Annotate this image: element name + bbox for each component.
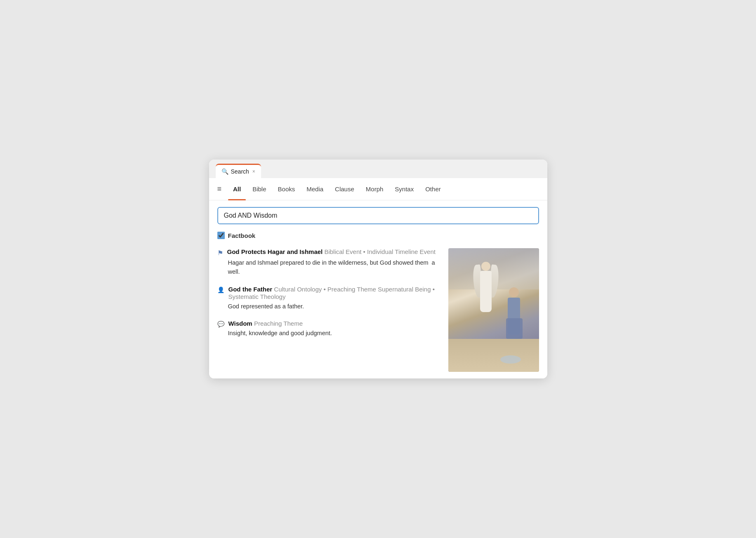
nav-tab-media[interactable]: Media (301, 183, 328, 195)
factbook-checkbox[interactable] (217, 232, 225, 239)
tab-search[interactable]: 🔍 Search × (216, 164, 261, 178)
result-hagar-meta: Biblical Event • Individual Timeline Eve… (324, 248, 436, 255)
bubble-icon: 💬 (217, 321, 224, 327)
result-title-row-wisdom: 💬 Wisdom Preaching Theme (217, 320, 442, 327)
result-title-text-wisdom: Wisdom Preaching Theme (228, 320, 303, 327)
result-god-father-description: God represented as a father. (217, 302, 442, 311)
flag-icon: ⚑ (217, 249, 223, 257)
factbook-row: Factbook (209, 228, 547, 243)
search-input[interactable] (224, 212, 532, 219)
result-item-god-father[interactable]: 👤 God the Father Cultural Ontology • Pre… (217, 286, 442, 311)
person-icon: 👤 (217, 287, 224, 293)
search-tab-icon: 🔍 (221, 168, 228, 175)
search-tab-label: Search (231, 168, 249, 175)
result-wisdom-meta: Preaching Theme (254, 320, 303, 327)
painting (448, 248, 539, 372)
result-hagar-title: God Protects Hagar and Ishmael (227, 248, 323, 255)
nav-tab-syntax[interactable]: Syntax (390, 183, 419, 195)
search-input-wrapper[interactable] (217, 207, 539, 224)
app-window: 🔍 Search × ≡ All Bible Books Media Claus… (209, 160, 547, 378)
result-wisdom-title: Wisdom (228, 320, 252, 327)
nav-tab-books[interactable]: Books (273, 183, 300, 195)
result-hagar-description: Hagar and Ishmael prepared to die in the… (217, 258, 442, 277)
image-panel (448, 248, 539, 372)
tab-bar: 🔍 Search × (209, 160, 547, 178)
result-title-row-hagar: ⚑ God Protects Hagar and Ishmael Biblica… (217, 248, 442, 257)
nav-tabs: All Bible Books Media Clause Morph Synta… (228, 183, 446, 195)
result-item-wisdom[interactable]: 💬 Wisdom Preaching Theme Insight, knowle… (217, 320, 442, 338)
result-wisdom-description: Insight, knowledge and good judgment. (217, 329, 442, 338)
results-area: ⚑ God Protects Hagar and Ishmael Biblica… (209, 243, 547, 378)
nav-tab-clause[interactable]: Clause (330, 183, 359, 195)
nav-tab-all[interactable]: All (228, 183, 246, 195)
result-item-hagar[interactable]: ⚑ God Protects Hagar and Ishmael Biblica… (217, 248, 442, 277)
search-section (209, 200, 547, 228)
close-tab-icon[interactable]: × (252, 169, 255, 174)
main-content: ≡ All Bible Books Media Clause Morph Syn… (209, 178, 547, 378)
result-title-text-hagar: God Protects Hagar and Ishmael Biblical … (227, 248, 436, 256)
factbook-label: Factbook (228, 232, 256, 239)
painting-svg-overlay (448, 248, 539, 372)
result-title-text-god-father: God the Father Cultural Ontology • Preac… (228, 286, 442, 301)
nav-tab-morph[interactable]: Morph (361, 183, 389, 195)
hamburger-icon[interactable]: ≡ (217, 185, 222, 193)
results-list: ⚑ God Protects Hagar and Ishmael Biblica… (217, 248, 442, 372)
nav-tab-bible[interactable]: Bible (247, 183, 271, 195)
nav-tab-other[interactable]: Other (420, 183, 446, 195)
result-title-row-god-father: 👤 God the Father Cultural Ontology • Pre… (217, 286, 442, 301)
nav-row: ≡ All Bible Books Media Clause Morph Syn… (209, 178, 547, 200)
result-god-father-title: God the Father (228, 286, 273, 293)
